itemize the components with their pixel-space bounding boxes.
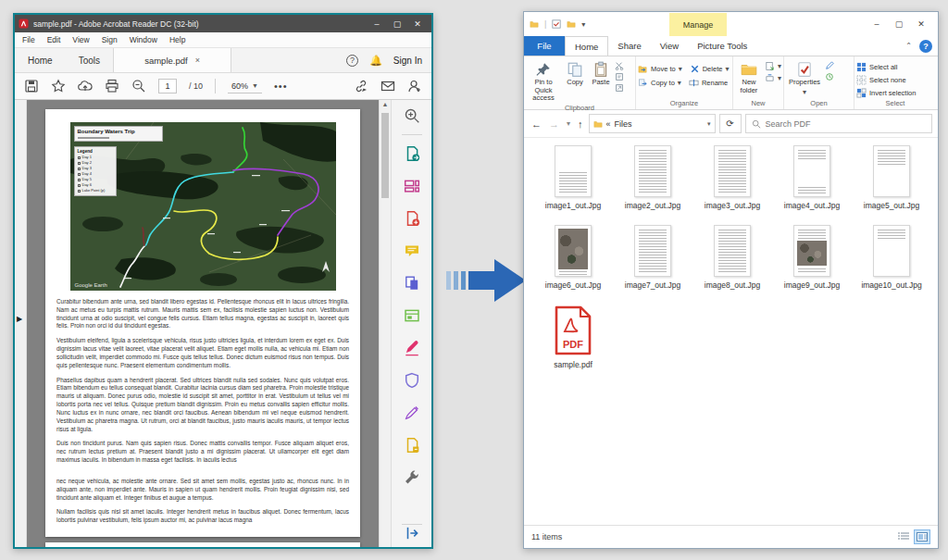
star-favorites-icon[interactable] [51, 79, 66, 93]
edit-pdf-icon[interactable] [404, 307, 420, 324]
back-button[interactable]: ← [530, 118, 543, 130]
page-number-input[interactable]: 1 [158, 79, 177, 93]
maximize-button[interactable]: ▢ [387, 19, 407, 29]
cloud-upload-icon[interactable] [78, 79, 93, 93]
sign-in-button[interactable]: Sign In [393, 56, 422, 66]
maximize-button[interactable]: ▢ [888, 19, 910, 29]
menu-item-edit[interactable]: Edit [47, 35, 61, 44]
move-to-button[interactable]: Move to ▾ [638, 64, 682, 74]
breadcrumb-folder[interactable]: Files [615, 119, 632, 129]
easy-access-button[interactable]: ▾ [765, 73, 781, 83]
invert-selection-button[interactable]: Invert selection [856, 88, 916, 98]
rename-button[interactable]: Rename [689, 78, 728, 88]
combine-files-icon[interactable] [404, 275, 420, 292]
copy-button[interactable]: Copy [563, 59, 587, 87]
select-all-button[interactable]: Select all [856, 62, 897, 72]
collapse-ribbon-icon[interactable]: ⌃ [905, 42, 912, 50]
file-thumbnail[interactable] [873, 145, 910, 197]
email-icon[interactable] [380, 79, 395, 93]
menu-item-sign[interactable]: Sign [102, 35, 118, 44]
up-button[interactable]: ↑ [576, 118, 585, 130]
create-pdf-icon[interactable] [404, 210, 420, 227]
pin-to-quick-access-button[interactable]: Pin to Quick access [526, 59, 561, 103]
file-thumbnail[interactable] [634, 145, 671, 197]
stamp-icon[interactable] [404, 437, 420, 454]
zoom-level-dropdown[interactable]: 60% ▼ [228, 80, 262, 93]
nav-pane-strip[interactable]: ▶ [15, 100, 27, 547]
document-tab-close-icon[interactable]: × [195, 56, 200, 65]
file-item[interactable]: image8_out.Jpg [692, 225, 772, 301]
select-none-button[interactable]: Select none [856, 75, 906, 85]
tab-home[interactable]: Home [565, 36, 608, 56]
new-item-button[interactable]: ▾ [765, 61, 781, 71]
notification-bell-icon[interactable]: 🔔 [369, 55, 382, 67]
paste-shortcut-icon[interactable] [615, 83, 624, 93]
file-item[interactable]: image7_out.Jpg [613, 225, 692, 301]
tab-share[interactable]: Share [608, 36, 650, 56]
details-view-button[interactable] [895, 529, 912, 544]
file-thumbnail[interactable] [793, 225, 830, 277]
minimize-button[interactable]: – [866, 19, 888, 29]
tab-picture-tools[interactable]: Picture Tools [688, 36, 756, 56]
close-button[interactable]: ✕ [910, 19, 932, 29]
search-input[interactable]: Search PDF [745, 114, 932, 133]
file-item[interactable]: image6_out.Jpg [533, 225, 613, 301]
menu-item-view[interactable]: View [72, 35, 89, 44]
file-item[interactable]: image9_out.Jpg [772, 225, 852, 301]
fill-sign-icon[interactable] [404, 340, 420, 356]
copy-to-button[interactable]: Copy to ▾ [638, 78, 681, 88]
breadcrumb[interactable]: « Files ▾ [589, 114, 716, 133]
file-item[interactable]: image1_out.Jpg [533, 145, 613, 221]
new-folder-button[interactable]: New folder [735, 59, 763, 94]
thumbnail-view-button[interactable] [914, 529, 930, 544]
tab-tools[interactable]: Tools [66, 48, 113, 72]
refresh-button[interactable]: ⟳ [719, 114, 742, 133]
menu-item-file[interactable]: File [22, 35, 35, 44]
organize-pages-icon[interactable] [404, 178, 420, 194]
tab-view[interactable]: View [651, 36, 688, 56]
menu-item-help[interactable]: Help [169, 35, 185, 44]
scroll-up-icon[interactable]: ▲ [380, 101, 391, 107]
document-tab[interactable]: sample.pdf × [113, 48, 231, 72]
file-thumbnail[interactable]: PDF [552, 305, 594, 356]
more-tools-icon[interactable] [404, 469, 420, 486]
tab-file[interactable]: File [524, 36, 565, 56]
close-button[interactable]: ✕ [407, 19, 428, 29]
history-icon[interactable] [825, 72, 834, 81]
recent-locations-icon[interactable]: ▾ [565, 119, 572, 128]
manage-contextual-tab[interactable]: Manage [669, 13, 727, 36]
file-item[interactable]: image4_out.Jpg [772, 145, 852, 221]
zoom-out-icon[interactable] [131, 79, 146, 93]
account-person-icon[interactable] [407, 79, 422, 93]
file-item[interactable]: PDF sample.pdf [533, 305, 613, 380]
comment-icon[interactable] [404, 243, 420, 259]
file-thumbnail[interactable] [714, 225, 751, 277]
expand-pane-icon[interactable]: ▶ [17, 315, 22, 323]
scrollbar-thumb[interactable] [381, 113, 389, 198]
more-tools-button[interactable]: ••• [274, 81, 288, 92]
file-item[interactable]: image3_out.Jpg [692, 145, 772, 221]
file-thumbnail[interactable] [634, 225, 671, 277]
share-link-icon[interactable] [354, 79, 368, 93]
chevron-down-icon[interactable]: ▾ [581, 20, 585, 29]
checkbox-icon[interactable] [552, 19, 561, 29]
properties-button[interactable]: Properties ▾ [786, 59, 823, 96]
delete-button[interactable]: Delete ▾ [690, 64, 730, 74]
folder-icon[interactable] [567, 19, 576, 29]
certificates-icon[interactable] [404, 404, 420, 421]
file-item[interactable]: image2_out.Jpg [613, 145, 692, 221]
protect-icon[interactable] [404, 372, 420, 389]
menu-item-window[interactable]: Window [130, 35, 157, 44]
chevron-down-icon[interactable]: ▾ [707, 120, 711, 128]
expand-tools-pane-icon[interactable] [404, 525, 420, 541]
edit-icon[interactable] [825, 61, 834, 70]
copy-path-icon[interactable] [615, 72, 624, 81]
cut-icon[interactable] [615, 61, 624, 70]
help-icon[interactable]: ? [346, 55, 358, 67]
tab-home[interactable]: Home [15, 48, 66, 72]
minimize-button[interactable]: – [367, 19, 387, 29]
document-area[interactable]: Boundary Waters Trip Legend Day 1Day 2Da… [27, 100, 379, 547]
forward-button[interactable]: → [547, 118, 561, 130]
print-icon[interactable] [105, 79, 119, 93]
help-icon[interactable]: ? [919, 40, 932, 53]
